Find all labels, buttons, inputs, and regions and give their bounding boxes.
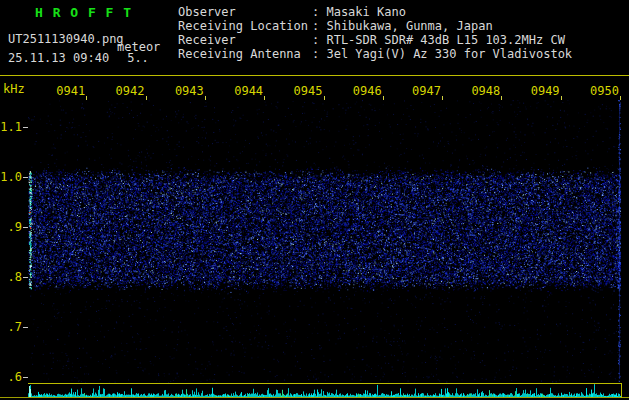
spectrogram-canvas: [28, 100, 621, 383]
y-tick-label: 1.1: [0, 120, 22, 134]
station-info: Observer: Masaki Kano Receiving Location…: [178, 5, 572, 61]
x-tick-label: 0943: [175, 84, 204, 98]
info-row-receiver: Receiver: RTL-SDR SDR# 43dB L15 103.2MHz…: [178, 33, 572, 47]
info-row-antenna: Receiving Antenna: 3el Yagi(V) Az 330 fo…: [178, 47, 572, 61]
date-time: 25.11.13 09:40: [8, 51, 109, 65]
header-divider-line: [0, 75, 629, 76]
hrofft-window: H R O F F T UT2511130940.png meteor 25.1…: [0, 0, 629, 400]
info-label: Observer: [178, 5, 312, 19]
info-row-observer: Observer: Masaki Kano: [178, 5, 572, 19]
strip-right-line: [621, 383, 622, 398]
y-tick-label: .6: [0, 370, 22, 384]
app-title: H R O F F T: [35, 5, 132, 20]
x-tick-label: 0950: [590, 84, 619, 98]
x-tick-label: 0947: [412, 84, 441, 98]
x-tick-label: 0942: [116, 84, 145, 98]
y-tick-label: 1.0: [0, 170, 22, 184]
x-tick-label: 0948: [471, 84, 500, 98]
y-axis-unit-label: kHz: [3, 82, 25, 96]
x-tick-label: 0944: [234, 84, 263, 98]
info-value: : RTL-SDR SDR# 43dB L15 103.2MHz CW: [312, 33, 565, 47]
x-tick-label: 0949: [531, 84, 560, 98]
y-tick-label: .8: [0, 270, 22, 284]
info-label: Receiving Antenna: [178, 47, 312, 61]
info-label: Receiving Location: [178, 19, 312, 33]
x-tick-label: 0941: [56, 84, 85, 98]
info-value: : Shibukawa, Gunma, Japan: [312, 19, 493, 33]
x-tick-label: 0945: [294, 84, 323, 98]
x-tick-label: 0946: [353, 84, 382, 98]
info-label: Receiver: [178, 33, 312, 47]
y-tick-label: .9: [0, 220, 22, 234]
intensity-strip-canvas: [28, 384, 621, 397]
output-filename: UT2511130940.png: [8, 32, 124, 46]
info-value: : 3el Yagi(V) Az 330 for Vladivostok: [312, 47, 572, 61]
info-value: : Masaki Kano: [312, 5, 406, 19]
y-tick-label: .7: [0, 320, 22, 334]
info-row-location: Receiving Location: Shibukawa, Gunma, Ja…: [178, 19, 572, 33]
timestamp-line: 25.11.13 09:405..: [8, 51, 149, 65]
minute-counter: 5..: [127, 51, 149, 65]
bottom-border-line: [0, 397, 629, 398]
